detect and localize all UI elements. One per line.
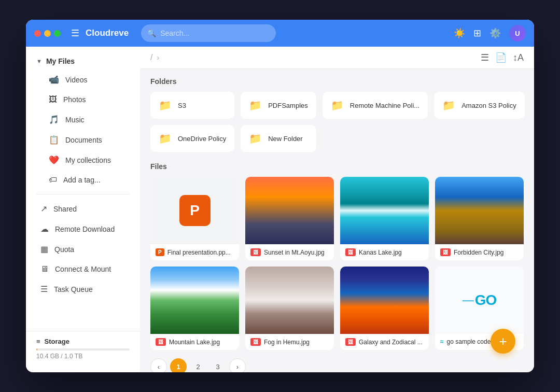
breadcrumb-root: /: [150, 53, 152, 62]
folder-grid: 📁 S3 📁 PDFSamples 📁 Remote Machine Poli.…: [150, 92, 524, 152]
content: / › ☰ 📄 ↕A Folders 📁 S3: [140, 47, 534, 372]
tag-icon: 🏷: [49, 175, 57, 185]
folder-name: PDFSamples: [268, 102, 308, 109]
file-label-sunset: 🖼 Sunset in Mt.Aoyu.jpg: [245, 244, 334, 260]
pagination-page-3[interactable]: 3: [209, 358, 226, 372]
sidebar-label-quota: Quota: [54, 245, 74, 254]
file-type-badge: 🖼: [440, 248, 451, 256]
go-logo: GO: [475, 292, 497, 309]
music-icon: 🎵: [49, 115, 59, 124]
myfiles-header[interactable]: ▼ My Files: [26, 53, 140, 69]
pagination: ‹ 1 2 3 ›: [150, 358, 524, 372]
file-thumbnail-galaxy: [340, 267, 429, 334]
file-label-ppt: P Final presentation.pp...: [150, 244, 239, 260]
sidebar-label-task-queue: Task Queue: [54, 285, 93, 293]
settings-icon[interactable]: ⚙️: [489, 27, 501, 39]
storage-bar-fill: [36, 348, 37, 351]
file-icon[interactable]: 📄: [495, 52, 507, 63]
sidebar-label-tag: Add a tag...: [63, 176, 101, 184]
fab-add-button[interactable]: +: [491, 329, 515, 354]
sidebar-item-photos[interactable]: 🖼 Photos: [30, 90, 136, 109]
folder-item-pdfsamples[interactable]: 📁 PDFSamples: [241, 92, 316, 119]
folder-name: S3: [178, 102, 186, 109]
file-type-badge: 🖼: [345, 338, 356, 346]
file-label-forbidden: 🖼 Forbidden City.jpg: [435, 244, 524, 260]
sidebar-item-shared[interactable]: ↗ Shared: [30, 199, 136, 218]
folder-item-onedrive-policy[interactable]: 📁 OneDrive Policy: [150, 125, 234, 152]
pagination-prev[interactable]: ‹: [150, 358, 167, 372]
file-name: Forbidden City.jpg: [454, 249, 504, 256]
content-toolbar: / › ☰ 📄 ↕A: [140, 47, 534, 69]
cloud-download-icon: ☁: [40, 224, 49, 234]
file-type-badge: 🖼: [250, 248, 261, 256]
sidebar-item-tag[interactable]: 🏷 Add a tag...: [30, 171, 136, 189]
storage-label: ≡ Storage: [36, 338, 130, 345]
grid-view-icon[interactable]: ⊞: [473, 27, 481, 39]
sidebar-label-documents: Documents: [65, 136, 102, 144]
toolbar-actions: ☰ 📄 ↕A: [481, 52, 524, 63]
go-arrow-icon: —: [463, 293, 474, 307]
theme-icon[interactable]: ☀️: [454, 27, 465, 39]
traffic-lights: [34, 30, 61, 37]
myfiles-label: My Files: [46, 57, 75, 65]
sidebar-item-music[interactable]: 🎵 Music: [30, 110, 136, 129]
quota-icon: ▦: [40, 244, 48, 254]
breadcrumb-arrow[interactable]: ›: [157, 53, 159, 62]
storage-section: ≡ Storage 10.4 GB / 1.0 TB: [26, 331, 140, 366]
photo-icon: 🖼: [49, 95, 57, 104]
file-thumbnail-sunset: [245, 177, 334, 244]
list-view-icon[interactable]: ☰: [481, 52, 489, 63]
sidebar-item-collections[interactable]: ❤️ My collections: [30, 150, 136, 170]
file-item-galaxy[interactable]: 🖼 Galaxy and Zodiacal ...: [340, 267, 429, 350]
file-item-kanas[interactable]: 🖼 Kanas Lake.jpg: [340, 177, 429, 260]
file-item-forbidden[interactable]: 🖼 Forbidden City.jpg: [435, 177, 524, 260]
search-input[interactable]: [160, 29, 270, 37]
avatar[interactable]: U: [509, 25, 526, 41]
sidebar-divider: [36, 194, 130, 194]
pagination-next[interactable]: ›: [229, 358, 246, 372]
sidebar-label-collections: My collections: [65, 156, 111, 164]
sidebar-label-photos: Photos: [63, 95, 86, 104]
sidebar: ▼ My Files 📹 Videos 🖼 Photos 🎵 Music 📋 D…: [26, 47, 140, 372]
file-name: Mountain Lake.jpg: [169, 339, 220, 346]
sidebar-item-task-queue[interactable]: ☰ Task Queue: [30, 279, 136, 299]
folder-icon: 📁: [159, 132, 172, 145]
folder-icon: 📁: [159, 99, 172, 111]
sidebar-item-documents[interactable]: 📋 Documents: [30, 130, 136, 149]
hamburger-icon[interactable]: ☰: [71, 27, 79, 39]
close-button[interactable]: [34, 30, 41, 37]
maximize-button[interactable]: [54, 30, 61, 37]
pagination-page-1[interactable]: 1: [170, 358, 187, 372]
file-item-fog[interactable]: 🖼 Fog in Hemu.jpg: [245, 267, 334, 350]
file-item-ppt[interactable]: P P Final presentation.pp...: [150, 177, 239, 260]
file-thumbnail-ppt: P: [150, 177, 239, 244]
file-item-sunset[interactable]: 🖼 Sunset in Mt.Aoyu.jpg: [245, 177, 334, 260]
monitor-icon: 🖥: [40, 264, 49, 274]
pagination-page-2[interactable]: 2: [190, 358, 206, 372]
folder-item-new-folder[interactable]: 📁 New Folder: [241, 125, 316, 152]
app-title: Cloudreve: [86, 28, 129, 38]
folder-name: OneDrive Policy: [178, 135, 226, 143]
video-icon: 📹: [49, 75, 59, 85]
sidebar-item-remote-download[interactable]: ☁ Remote Download: [30, 219, 136, 239]
file-item-mountain[interactable]: 🖼 Mountain Lake.jpg: [150, 267, 239, 350]
folder-item-s3[interactable]: 📁 S3: [150, 92, 234, 119]
sidebar-item-videos[interactable]: 📹 Videos: [30, 70, 136, 89]
file-label-galaxy: 🖼 Galaxy and Zodiacal ...: [340, 334, 429, 350]
sidebar-item-quota[interactable]: ▦ Quota: [30, 240, 136, 259]
sidebar-label-music: Music: [65, 116, 85, 124]
file-thumbnail-kanas: [340, 177, 429, 244]
folder-item-remote-machine-poli[interactable]: 📁 Remote Machine Poli...: [323, 92, 428, 119]
titlebar-actions: ☀️ ⊞ ⚙️ U: [454, 25, 526, 41]
file-thumbnail-go: — GO: [435, 267, 524, 334]
folder-name: Remote Machine Poli...: [350, 102, 419, 109]
chevron-down-icon: ▼: [36, 58, 42, 64]
minimize-button[interactable]: [44, 30, 51, 37]
folder-item-amazon-s3-policy[interactable]: 📁 Amazon S3 Policy: [434, 92, 525, 119]
file-type-badge: 🖼: [250, 338, 261, 346]
sort-icon[interactable]: ↕A: [513, 52, 524, 63]
search-bar[interactable]: 🔍: [141, 24, 276, 42]
file-thumbnail-mountain: [150, 267, 239, 334]
folders-section-title: Folders: [150, 77, 524, 86]
sidebar-item-connect-mount[interactable]: 🖥 Connect & Mount: [30, 260, 136, 278]
